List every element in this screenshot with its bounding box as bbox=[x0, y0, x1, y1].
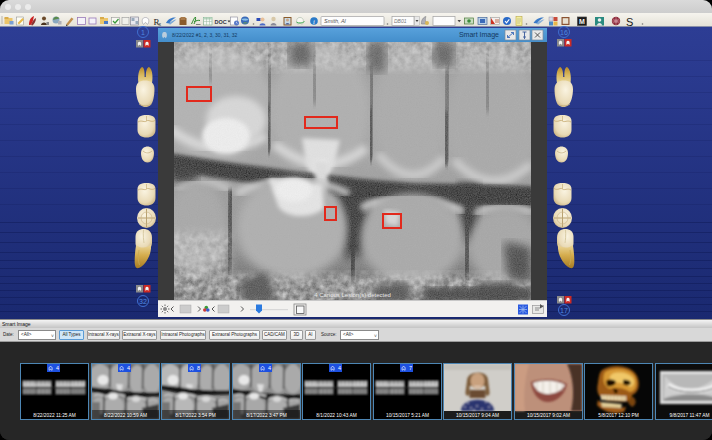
svg-text:Smith, Al: Smith, Al bbox=[324, 18, 347, 24]
svg-text:DOC: DOC bbox=[215, 19, 227, 25]
svg-text:DB01: DB01 bbox=[394, 18, 407, 24]
svg-text:S: S bbox=[626, 16, 633, 28]
svg-text:M: M bbox=[579, 18, 585, 25]
svg-text:i: i bbox=[313, 18, 315, 25]
